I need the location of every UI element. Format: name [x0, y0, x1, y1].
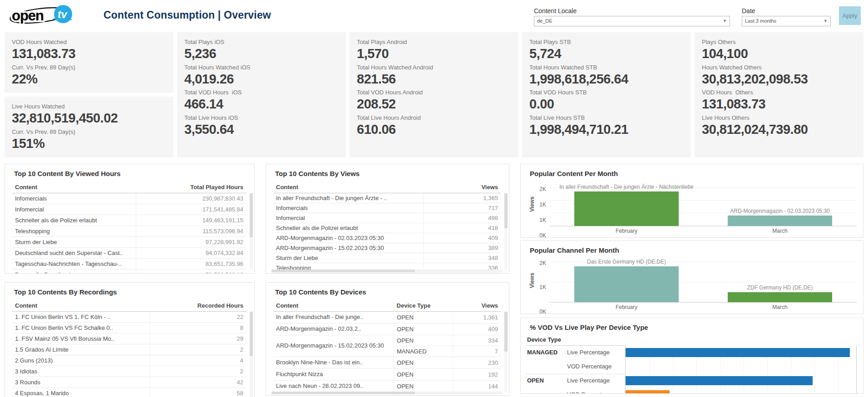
- y-tick-label: 0K: [539, 309, 546, 314]
- vertical-scrollbar[interactable]: [250, 312, 253, 397]
- content-cell: Teleshopping: [12, 226, 136, 237]
- scrollbar-thumb[interactable]: [504, 193, 508, 228]
- widget-title: Popular Channel Per Month: [530, 246, 857, 254]
- table-row: Sturm der Liebe348: [273, 253, 501, 263]
- value-cell: 115,573,096.94: [136, 226, 246, 237]
- table-row: Deutschland sucht den Superstar - Cast..…: [12, 248, 246, 259]
- kpi-value: 466.14: [184, 96, 339, 113]
- column-header[interactable]: Content: [273, 300, 394, 312]
- column-header[interactable]: Content: [273, 181, 424, 193]
- kpi-label: Live Hours Watched: [12, 103, 166, 110]
- bar[interactable]: [626, 376, 813, 385]
- y-tick-label: 1K: [539, 201, 546, 208]
- content-cell: Brooklyn Nine-Nine - Das ist ein..: [273, 357, 394, 368]
- table-row: ARD-Morgenmagazin - 15.02.2023 05:30389: [273, 243, 501, 253]
- bar[interactable]: [728, 216, 832, 226]
- views-table: ContentViewsIn aller Freundschaft - Die …: [273, 181, 501, 274]
- table-row: ARD-Morgenmagazin - 02.03.2..OPEN409: [273, 323, 501, 335]
- column-header[interactable]: Views: [453, 300, 501, 312]
- y-tick-label: 1K: [539, 217, 546, 223]
- table-row: 1. FSV Mainz 05 VS Vfl Borussia Mo..29: [12, 333, 246, 344]
- table-row: 3 Idiotas2: [12, 366, 246, 377]
- kpi-value: 821.56: [357, 71, 511, 88]
- kpi-stack: VOD Hours Watched131,083.73Curr. Vs Prev…: [5, 32, 173, 157]
- column-header[interactable]: Content: [12, 181, 136, 193]
- content-cell: Fluchtpunkt Nizza: [273, 368, 394, 380]
- table-header-row: ContentTotal Played Hours: [12, 181, 246, 193]
- content-cell: ARD-Morgenmagazin - 02.03.2..: [273, 323, 394, 335]
- kpi-label: Live Hours Others: [702, 114, 856, 121]
- kpi-value: 4,019.26: [184, 71, 339, 88]
- content-cell: Tagesschau-Nachrichten - Tagesschau-..: [12, 259, 136, 270]
- kpi-label: Total Live Hours Android: [357, 114, 511, 121]
- horizontal-scrollbar[interactable]: [271, 392, 503, 394]
- kpi-label: VOD Hours Watched: [12, 39, 166, 45]
- bar[interactable]: [626, 390, 670, 394]
- kpi-row: VOD Hours Watched131,083.73Curr. Vs Prev…: [5, 32, 863, 156]
- apply-button[interactable]: Apply: [839, 6, 861, 25]
- y-axis: Views0K1K1K2K: [526, 181, 550, 235]
- scrollbar-thumb[interactable]: [250, 312, 253, 356]
- kpi-label: Total VOD Hours iOS: [184, 89, 339, 96]
- content-locale-select[interactable]: de_DE ▼: [534, 16, 730, 26]
- column-header[interactable]: Content: [12, 300, 150, 312]
- bar-area: [625, 374, 857, 388]
- content-locale-value: de_DE: [537, 18, 552, 24]
- kpi-card: Total Plays iOS5,236Total Hours Watched …: [177, 32, 346, 157]
- value-cell: 58: [150, 388, 246, 397]
- value-cell: 22: [150, 312, 246, 323]
- kpi-label: Total VOD Hours Android: [357, 89, 511, 96]
- date-select[interactable]: Last 3 months ▼: [742, 16, 831, 26]
- views-cell: 334: [453, 335, 501, 346]
- svg-text:open: open: [12, 8, 44, 24]
- device-type-cell: OPEN: [394, 368, 453, 380]
- table-row: 1. FC Union Berlin VS 1. FC Köln - ..22: [12, 312, 246, 323]
- row-label: Live Percentage: [567, 346, 625, 360]
- bar[interactable]: [626, 348, 850, 357]
- vertical-scrollbar[interactable]: [504, 193, 508, 270]
- bar[interactable]: [574, 266, 679, 302]
- vertical-scrollbar[interactable]: [250, 193, 253, 270]
- table-row: 3 Rounds42: [12, 377, 246, 388]
- column-header[interactable]: Device Type: [394, 300, 453, 312]
- kpi-label: Total VOD Hours STB: [529, 89, 684, 96]
- content-cell: 1. FC Union Berlin VS FC Schalke 0..: [12, 323, 150, 333]
- scrollbar-thumb[interactable]: [250, 193, 253, 237]
- bar[interactable]: [574, 191, 679, 226]
- scrollbar-thumb[interactable]: [504, 312, 508, 352]
- vertical-scrollbar[interactable]: [504, 312, 508, 392]
- chart-row: VOD Percentage: [526, 360, 857, 374]
- column-header[interactable]: Recorded Hours: [150, 300, 246, 312]
- table-row: Brooklyn Nine-Nine - Das ist ein..OPEN23…: [273, 357, 501, 368]
- chevron-down-icon: ▼: [824, 19, 828, 23]
- x-axis: FebruaryMarch: [550, 226, 857, 235]
- opentv-logo: open open tv: [8, 4, 77, 27]
- column-header[interactable]: Views: [424, 181, 501, 193]
- table-row: Live nach Neun - 28.02.2023 09..OPEN144: [273, 380, 501, 392]
- value-cell: 717: [424, 203, 501, 213]
- y-axis-title: Views: [529, 196, 535, 212]
- horizontal-scrollbar[interactable]: [271, 270, 503, 272]
- value-cell: 94,074,332.84: [136, 248, 246, 259]
- kpi-card: Total Plays Android1,570Total Hours Watc…: [350, 32, 518, 157]
- scrollbar-thumb[interactable]: [271, 392, 415, 394]
- value-cell: 327: [424, 273, 501, 274]
- table-row: Schneller als die Polizei erlaubt418: [273, 223, 501, 233]
- table-row: 4 Esposas, 1 Marido58: [12, 388, 246, 397]
- column-header[interactable]: Total Played Hours: [136, 181, 246, 193]
- table-row: Das große Promibacken76,709,566.10: [12, 270, 246, 274]
- bar-slot: ARD-Morgenmagazin - 02.03.2023 05:30: [703, 181, 857, 226]
- content-cell: 3 Rounds: [12, 377, 150, 388]
- table-row: Sturm der Liebe97,228,991.92: [12, 237, 246, 248]
- device-type-cell: OPEN: [394, 380, 453, 392]
- value-cell: 8: [150, 323, 246, 333]
- table-row: Fluchtpunkt NizzaOPEN192: [273, 368, 501, 380]
- content-cell: 3 Idiotas: [12, 366, 150, 377]
- bar[interactable]: [728, 292, 832, 302]
- device-type-cell: MANAGED: [394, 346, 453, 357]
- x-tick-label: February: [550, 304, 703, 310]
- scrollbar-thumb[interactable]: [271, 270, 415, 272]
- middle-column: Top 10 Contents By Views ContentViewsIn …: [266, 164, 509, 396]
- date-value: Last 3 months: [745, 18, 776, 24]
- recordings-table: ContentRecorded Hours1. FC Union Berlin …: [12, 300, 246, 397]
